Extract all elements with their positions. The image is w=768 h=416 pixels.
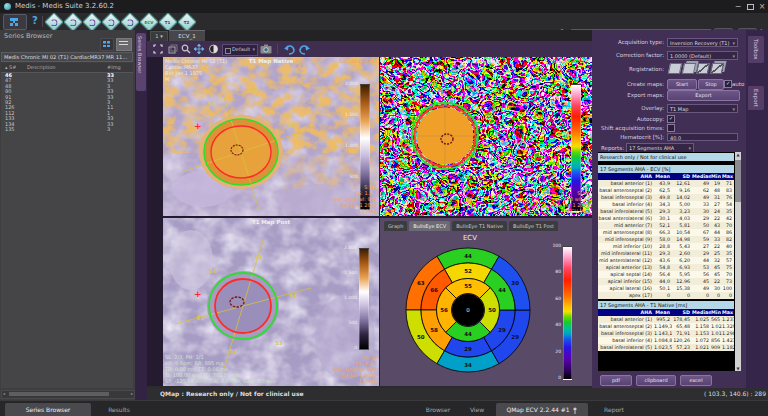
zoom-icon[interactable] [181, 44, 191, 55]
preset-select[interactable]: Default ▾ [222, 44, 258, 56]
app-badge-5[interactable] [120, 12, 140, 32]
stop-button[interactable]: Stop [698, 79, 724, 90]
tab-view[interactable]: View [462, 403, 492, 416]
scroll-down-icon[interactable]: ▼ [735, 366, 741, 371]
list-view-button[interactable] [116, 38, 132, 51]
fullscreen-icon[interactable] [153, 44, 163, 55]
shift-acquisition-checkbox[interactable] [667, 124, 675, 132]
image-title: T1 Map Post [163, 219, 379, 225]
app-badge-t2[interactable]: T2 [177, 12, 197, 32]
report-row[interactable]: basal inferoseptal (3)1.143,171,911.1531… [598, 330, 734, 337]
excel-button[interactable]: excel [680, 375, 712, 386]
report-row[interactable]: apical lateral (16)50,115,384930100 [598, 285, 734, 292]
report-row[interactable]: basal anterior (1)995,2178,451.0255651.2… [598, 316, 734, 323]
correction-factor-select[interactable]: 1.0000 (Default)▾ [667, 51, 738, 60]
series-row[interactable]: 1353 [1, 127, 133, 132]
report-row[interactable]: basal inferior (4)34,35,00332754 [598, 201, 734, 208]
undo-icon[interactable] [283, 44, 296, 56]
scroll-right-icon[interactable]: ▸ [131, 391, 133, 397]
tab-bullseye-t1-native[interactable]: BullsEye T1 Native [452, 221, 507, 231]
column-description[interactable]: Description [27, 63, 55, 72]
scroll-left-icon[interactable]: ◂ [3, 391, 5, 397]
series-browser-collapsed-tab[interactable]: Series Browser [136, 33, 146, 91]
tab-report[interactable]: Report [594, 403, 634, 416]
app-badge-3[interactable] [82, 12, 102, 32]
export-button[interactable]: Export [667, 90, 740, 101]
report-row[interactable]: basal inferolateral (5)1.023,557,231.021… [598, 344, 734, 351]
scrollbar-thumb[interactable] [735, 160, 741, 202]
report-cell: 5,81 [672, 222, 692, 229]
tab-qmap-ecv[interactable]: QMap ECV 2.2.44 #1 [496, 403, 588, 416]
snapshot-icon[interactable] [260, 44, 272, 55]
t1-native-viewport[interactable]: T1 Map Native Sat Jan 1 2000 Medis Chron… [163, 57, 379, 216]
app-badge-ecv[interactable]: ECV [139, 12, 159, 32]
report-row[interactable]: mid anteroseptal (8)66,310,54674486 [598, 229, 734, 236]
tab-graph[interactable]: Graph [384, 221, 407, 231]
hematocrit-input[interactable]: 40,0 [667, 133, 738, 141]
tab-bullseye-ecv[interactable]: BullsEye ECV [409, 221, 450, 231]
report-row[interactable]: basal anteroseptal (2)62,59,16624883 [598, 187, 734, 194]
close-button[interactable]: × [756, 0, 768, 13]
pan-icon[interactable] [194, 44, 204, 55]
report-row[interactable]: basal inferolateral (5)29,33,23302435 [598, 208, 734, 215]
registration-single-icon[interactable] [696, 63, 710, 74]
window-level-icon[interactable] [208, 44, 219, 55]
reset-view-icon[interactable] [168, 44, 178, 55]
acquisition-type-select[interactable]: Inversion Recovery (T1)▾ [667, 38, 738, 47]
app-badge-1[interactable] [44, 12, 64, 32]
column-image-count[interactable]: #Img [107, 63, 121, 72]
tab-bullseye-t1-post[interactable]: BullsEye T1 Post [509, 221, 558, 231]
export-side-tab[interactable]: Export [748, 86, 764, 110]
report-row[interactable]: apical inferior (15)44,012,96452273 [598, 278, 734, 285]
report-row[interactable]: basal inferoseptal (3)49,814,02493176 [598, 194, 734, 201]
overlay-select[interactable]: T1 Map▾ [667, 104, 738, 113]
report-row[interactable]: mid inferior (10)28,85,43272240 [598, 243, 734, 250]
column-series-number[interactable]: ▴ S# [5, 63, 16, 72]
registration-all-icon[interactable] [710, 63, 724, 74]
pdf-button[interactable]: pdf [600, 375, 632, 386]
registration-modes [669, 63, 725, 75]
ecv-map-viewport[interactable]: ECV Map Sat Jan 1 2000 100806040200 S: 4… [380, 57, 592, 216]
report-scrollbar[interactable]: ▲ ▼ [735, 152, 741, 371]
minimize-button[interactable]: − [732, 0, 744, 13]
tab-results[interactable]: Results [95, 403, 143, 416]
report-row[interactable]: mid anterolateral (12)43,66,20443257 [598, 257, 734, 264]
maximize-button[interactable] [744, 0, 756, 13]
scrollbar-thumb[interactable] [9, 392, 109, 396]
clipboard-button[interactable]: clipboard [636, 375, 676, 386]
autocopy-checkbox[interactable]: ✓ [667, 115, 675, 123]
report-row[interactable]: mid inferolateral (11)29,32,60292535 [598, 250, 734, 257]
bullseye-value: 30 [511, 280, 519, 286]
report-row[interactable]: mid inferoseptal (9)58,014,98593382 [598, 236, 734, 243]
thumbnail-view-button[interactable] [100, 38, 114, 51]
report-row[interactable]: mid anterior (7)52,15,81504370 [598, 222, 734, 229]
report-row[interactable]: apical anterior (13)54,86,93534575 [598, 264, 734, 271]
registration-none-icon[interactable] [668, 63, 682, 74]
scroll-up-icon[interactable]: ▲ [735, 152, 741, 157]
app-badge-glyph [51, 19, 58, 26]
toolbox-side-tab[interactable]: Toolbox [748, 36, 764, 63]
t1-post-viewport[interactable]: T1 Map Post 2.0001.5001.0005000 SL: 2/3;… [163, 218, 379, 386]
report-row[interactable]: basal anterior (1)43,912,61491971 [598, 180, 734, 187]
app-badge-t1[interactable]: T1 [158, 12, 178, 32]
tab-series-browser[interactable]: Series Browser [5, 403, 91, 416]
app-badge-2[interactable] [63, 12, 83, 32]
report-row[interactable]: apical septal (14)56,45,95564570 [598, 271, 734, 278]
apps-menu-button[interactable] [3, 14, 27, 30]
auto-checkbox[interactable]: ✓ [724, 80, 732, 88]
app-badge-4[interactable] [101, 12, 121, 32]
report-row[interactable]: basal inferior (4)1.084,8120,261.0728561… [598, 337, 734, 344]
report-cell: 22 [711, 243, 722, 250]
help-button[interactable]: ? [32, 15, 38, 26]
report-cell: 65,48 [672, 323, 692, 330]
horizontal-scrollbar[interactable]: ◂ ▸ [1, 390, 135, 399]
lv-marker: + [194, 291, 202, 297]
registration-stack-icon[interactable] [682, 63, 696, 74]
report-row[interactable]: basal anteroseptal (2)1.149,365,481.1581… [598, 323, 734, 330]
redo-icon[interactable] [298, 44, 311, 56]
study-header[interactable]: Medis Chronic MI 02 (T1) CardiacMR37 MR … [1, 52, 133, 62]
tab-browser[interactable]: Browser [418, 403, 458, 416]
report-row[interactable]: basal anterolateral (6)30,14,03292242 [598, 215, 734, 222]
report-row[interactable]: apex (17)00000 [598, 292, 734, 299]
start-button[interactable]: Start [667, 79, 697, 90]
